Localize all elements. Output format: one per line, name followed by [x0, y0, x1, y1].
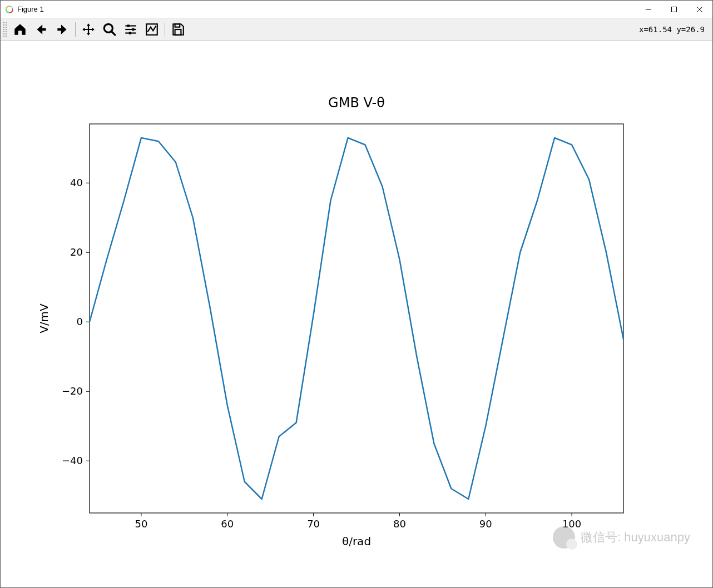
svg-text:80: 80	[393, 518, 406, 530]
titlebar[interactable]: Figure 1	[1, 1, 712, 18]
svg-point-5	[104, 24, 112, 32]
svg-text:70: 70	[307, 518, 320, 530]
svg-text:60: 60	[221, 518, 234, 530]
svg-text:−20: −20	[62, 385, 83, 397]
toolbar-separator	[75, 22, 76, 37]
svg-rect-2	[672, 7, 677, 12]
svg-text:GMB V-θ: GMB V-θ	[328, 95, 385, 111]
toolbar-grip[interactable]	[3, 22, 7, 37]
save-button[interactable]	[167, 19, 189, 39]
configure-subplots-button[interactable]	[120, 19, 141, 39]
svg-text:40: 40	[70, 177, 83, 188]
cursor-coordinates: x=61.54 y=26.9	[639, 25, 710, 34]
maximize-button[interactable]	[661, 1, 687, 18]
pan-button[interactable]	[78, 19, 99, 39]
svg-text:50: 50	[135, 518, 147, 530]
figure-window: Figure 1	[0, 0, 713, 588]
home-button[interactable]	[9, 19, 31, 39]
svg-rect-15	[175, 29, 181, 35]
svg-rect-10	[132, 28, 134, 30]
forward-button[interactable]	[52, 19, 73, 39]
edit-axes-button[interactable]	[141, 19, 162, 39]
svg-text:20: 20	[70, 246, 83, 258]
svg-rect-8	[127, 24, 130, 27]
back-button[interactable]	[31, 19, 52, 39]
svg-rect-14	[175, 24, 180, 27]
svg-text:−40: −40	[62, 455, 83, 466]
toolbar-separator	[165, 22, 165, 37]
svg-line-6	[111, 31, 116, 36]
figure-canvas[interactable]: 5060708090100−40−2002040GMB V-θθ/radV/mV…	[1, 41, 712, 587]
svg-text:90: 90	[479, 518, 492, 530]
svg-text:0: 0	[77, 316, 83, 327]
minimize-button[interactable]	[636, 1, 661, 18]
window-title: Figure 1	[17, 5, 44, 13]
svg-rect-16	[90, 124, 623, 513]
zoom-button[interactable]	[99, 19, 120, 39]
plot-svg: 5060708090100−40−2002040GMB V-θθ/radV/mV	[1, 41, 712, 587]
svg-text:θ/rad: θ/rad	[342, 535, 371, 548]
close-button[interactable]	[687, 1, 712, 18]
matplotlib-toolbar: x=61.54 y=26.9	[1, 18, 712, 41]
svg-text:V/mV: V/mV	[37, 303, 51, 333]
svg-text:100: 100	[562, 518, 581, 530]
app-icon	[5, 5, 14, 14]
svg-rect-12	[129, 32, 131, 34]
